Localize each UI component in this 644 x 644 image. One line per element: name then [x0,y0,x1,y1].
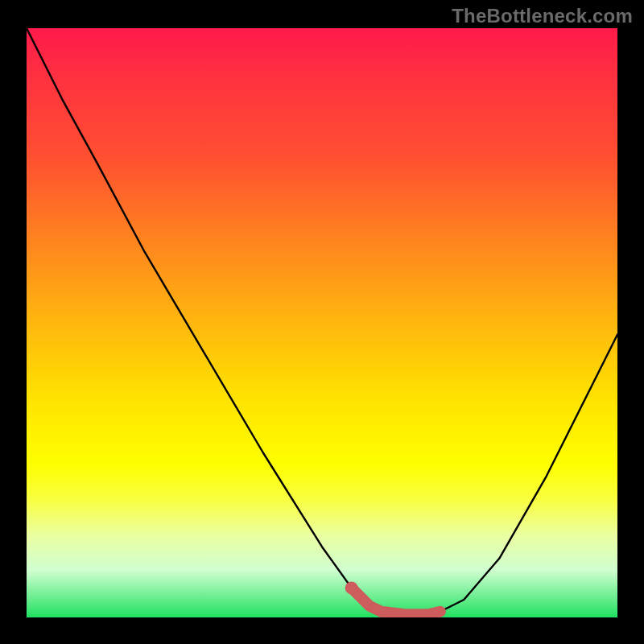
bottleneck-curve [27,28,617,614]
chart-container: TheBottleneck.com [0,0,644,644]
plot-area [27,28,617,617]
highlight-start-dot [345,581,358,594]
curve-layer [27,28,617,617]
watermark-text: TheBottleneck.com [452,5,633,27]
highlight-valley [352,588,440,614]
